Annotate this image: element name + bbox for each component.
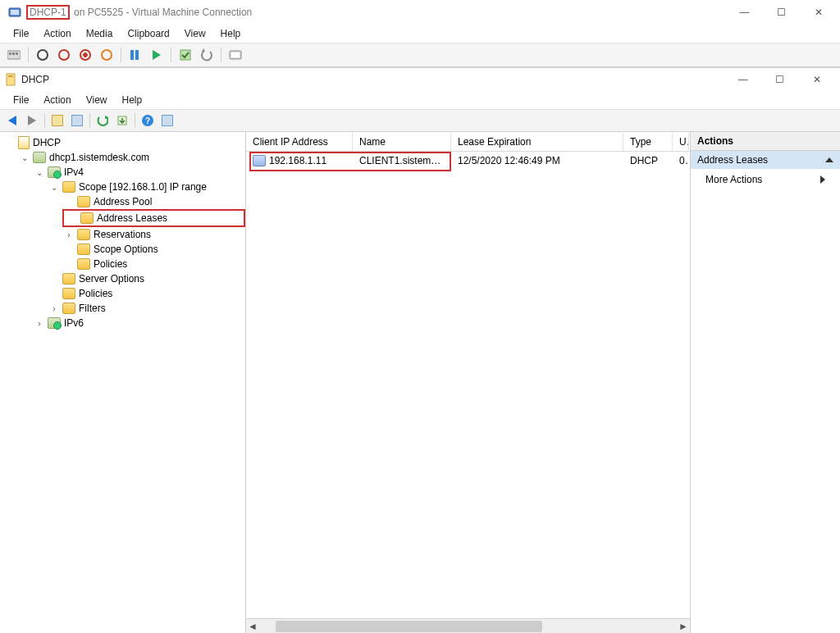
dhcp-title: DHCP [21, 74, 724, 85]
vm-toolbar [0, 43, 840, 67]
vm-shutdown-icon[interactable] [76, 46, 94, 64]
folder-icon [77, 229, 90, 240]
up-level-icon[interactable] [48, 112, 66, 130]
dhcp-toolbar: ? [0, 109, 840, 132]
tree-label: Filters [79, 303, 106, 314]
tree-label: Reservations [94, 229, 151, 240]
expander-icon[interactable]: ⌄ [20, 153, 30, 162]
vm-menubar: File Action Media Clipboard View Help [0, 25, 840, 43]
vm-save-icon[interactable] [98, 46, 116, 64]
action-more-actions[interactable]: More Actions [691, 169, 840, 190]
vm-enhanced-session-icon[interactable] [226, 46, 244, 64]
ipv4-icon [48, 166, 61, 178]
vm-menu-view[interactable]: View [178, 26, 212, 41]
dhcp-titlebar: DHCP — ☐ ✕ [0, 68, 840, 91]
col-header-u[interactable]: U [673, 133, 689, 151]
help-icon[interactable]: ? [139, 112, 157, 130]
vm-resume-icon[interactable] [148, 46, 166, 64]
expander-icon[interactable]: ⌄ [34, 168, 44, 177]
vm-maximize-button[interactable]: ☐ [763, 1, 800, 24]
tree-address-leases[interactable]: Address Leases [62, 209, 245, 227]
tree-ipv6[interactable]: › IPv6 [33, 316, 245, 330]
dhcp-close-button[interactable]: ✕ [798, 68, 835, 91]
lease-row[interactable]: 192.168.1.11 CLIENT1.sistemdes... 12/5/2… [246, 152, 690, 170]
folder-icon [77, 244, 90, 255]
ipv6-icon [48, 317, 61, 329]
vm-turnoff-icon[interactable] [55, 46, 73, 64]
actions-context[interactable]: Address Leases [691, 151, 840, 169]
vm-menu-help[interactable]: Help [214, 26, 248, 41]
svg-rect-9 [231, 52, 240, 57]
dhcp-menu-view[interactable]: View [80, 93, 114, 107]
folder-icon [62, 181, 75, 193]
vm-app-icon [8, 6, 21, 19]
expander-icon[interactable]: ⌄ [49, 183, 59, 192]
cell-ip-text: 192.168.1.11 [269, 155, 326, 166]
scroll-right-icon[interactable]: ► [677, 621, 690, 632]
folder-icon [62, 288, 75, 299]
col-header-ip[interactable]: Client IP Address [246, 133, 353, 151]
vm-close-button[interactable]: ✕ [800, 1, 837, 24]
action-label: More Actions [705, 174, 762, 185]
folder-icon [77, 196, 90, 207]
folder-icon [62, 273, 75, 285]
vm-title-rest: on PC5525 - Virtual Machine Connection [71, 7, 253, 18]
svg-rect-1 [11, 10, 19, 15]
dhcp-menu-help[interactable]: Help [116, 93, 149, 107]
nav-forward-icon[interactable] [23, 112, 41, 130]
col-header-type[interactable]: Type [623, 133, 673, 151]
export-list-icon[interactable] [113, 112, 131, 130]
folder-icon [77, 258, 90, 270]
expander-icon[interactable]: › [34, 319, 44, 328]
dhcp-menu-action[interactable]: Action [37, 93, 77, 107]
vm-menu-action[interactable]: Action [37, 26, 77, 41]
tree-label: IPv6 [64, 317, 84, 329]
vm-minimize-button[interactable]: — [726, 1, 763, 24]
tree-address-pool[interactable]: Address Pool [62, 194, 245, 209]
tree-root-dhcp[interactable]: DHCP [3, 135, 245, 150]
properties-icon[interactable] [158, 112, 176, 130]
vm-titlebar: DHCP-1 on PC5525 - Virtual Machine Conne… [0, 0, 840, 25]
actions-header: Actions [691, 132, 840, 151]
nav-back-icon[interactable] [3, 112, 21, 130]
expander-icon[interactable]: › [64, 230, 74, 239]
vm-menu-clipboard[interactable]: Clipboard [121, 26, 176, 41]
col-header-lease[interactable]: Lease Expiration [451, 133, 623, 151]
show-hide-tree-icon[interactable] [68, 112, 86, 130]
tree-filters[interactable]: › Filters [48, 301, 245, 316]
tree-scope[interactable]: ⌄ Scope [192.168.1.0] IP range [48, 180, 245, 194]
vm-pause-icon[interactable] [126, 46, 144, 64]
dhcp-maximize-button[interactable]: ☐ [761, 68, 798, 91]
dhcp-body: DHCP ⌄ dhcp1.sistemdesk.com [0, 132, 840, 633]
tree-reservations[interactable]: › Reservations [62, 227, 245, 242]
vm-start-icon[interactable] [34, 46, 52, 64]
vm-menu-file[interactable]: File [7, 26, 35, 41]
horizontal-scrollbar[interactable]: ◄ ► [246, 618, 690, 633]
tree-server-options[interactable]: Server Options [48, 271, 245, 286]
vm-checkpoint-icon[interactable] [176, 46, 194, 64]
tree-server[interactable]: ⌄ dhcp1.sistemdesk.com [18, 150, 245, 165]
tree-ipv4[interactable]: ⌄ IPv4 [33, 165, 245, 180]
vm-menu-media[interactable]: Media [80, 26, 120, 41]
dhcp-menu-file[interactable]: File [7, 93, 35, 107]
svg-rect-3 [9, 52, 11, 55]
tree-scope-options[interactable]: Scope Options [62, 242, 245, 257]
tree-label: Policies [94, 258, 127, 270]
tree-scope-policies[interactable]: Policies [62, 257, 245, 271]
tree-label: Scope [192.168.1.0] IP range [79, 181, 207, 193]
scroll-left-icon[interactable]: ◄ [246, 621, 259, 632]
dhcp-app-icon [5, 73, 18, 86]
list-header: Client IP Address Name Lease Expiration … [246, 132, 690, 152]
vm-revert-icon[interactable] [198, 46, 216, 64]
col-header-name[interactable]: Name [353, 133, 451, 151]
dhcp-root-icon [18, 136, 30, 149]
tree-label: dhcp1.sistemdesk.com [49, 152, 149, 163]
refresh-icon[interactable] [94, 112, 112, 130]
ctrl-alt-del-icon[interactable] [5, 46, 23, 64]
server-icon [33, 152, 46, 163]
expander-icon[interactable]: › [49, 304, 59, 313]
cell-type: DHCP [623, 152, 673, 170]
tree-server-policies[interactable]: Policies [48, 286, 245, 301]
dhcp-minimize-button[interactable]: — [724, 68, 761, 91]
scroll-thumb[interactable] [276, 621, 542, 632]
